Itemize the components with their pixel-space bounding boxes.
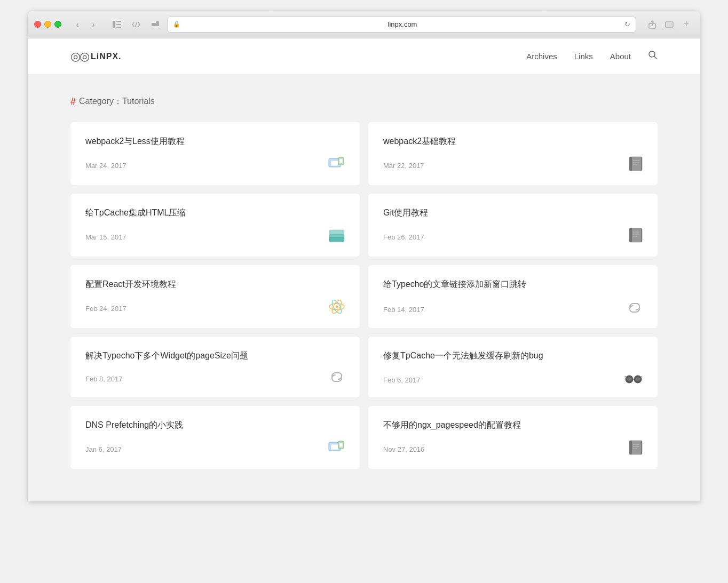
post-title-7: 修复TpCache一个无法触发缓存刷新的bug (383, 349, 643, 362)
refresh-button[interactable]: ↻ (624, 20, 630, 28)
svg-rect-24 (329, 230, 344, 234)
close-button[interactable] (34, 21, 41, 28)
nav-about[interactable]: About (610, 52, 631, 61)
glasses-icon-7 (624, 373, 643, 387)
post-title-9: 不够用的ngx_pagespeed的配置教程 (383, 419, 643, 432)
svg-line-39 (625, 376, 626, 377)
site-logo[interactable]: ◎◎ LiNPX. (70, 50, 122, 63)
svg-rect-0 (113, 21, 115, 28)
svg-rect-14 (331, 161, 338, 166)
post-card-7[interactable]: 修复TpCache一个无法触发缓存刷新的bug Feb 6, 2017 (368, 337, 658, 397)
posts-grid: webpack2与Less使用教程 Mar 24, 2017 (70, 122, 658, 469)
svg-rect-2 (116, 24, 121, 25)
link-icon-5 (627, 301, 643, 317)
post-date-3: Feb 26, 2017 (383, 233, 424, 241)
svg-rect-5 (152, 23, 156, 26)
share-button[interactable] (645, 17, 660, 32)
post-meta-5: Feb 14, 2017 (383, 301, 643, 317)
react-icon (329, 299, 345, 317)
post-title-3: Git使用教程 (383, 206, 643, 219)
sidebar-toggle-button[interactable] (109, 17, 124, 32)
post-date-5: Feb 14, 2017 (383, 306, 424, 314)
svg-rect-46 (339, 443, 343, 447)
post-date-9: Nov 27, 2016 (383, 445, 424, 453)
webpack-icon (328, 156, 345, 174)
post-meta-3: Feb 26, 2017 (383, 228, 643, 246)
post-date-6: Feb 8, 2017 (85, 375, 122, 383)
post-date-7: Feb 6, 2017 (383, 376, 420, 384)
post-date-4: Feb 24, 2017 (85, 305, 126, 313)
svg-point-35 (336, 306, 338, 308)
svg-rect-19 (630, 157, 632, 171)
svg-rect-16 (339, 159, 343, 163)
book-icon-9 (629, 440, 643, 458)
nav-links[interactable]: Links (574, 52, 593, 61)
logo-text: LiNPX. (91, 52, 122, 61)
post-card-5[interactable]: 给Typecho的文章链接添加新窗口跳转 Feb 14, 2017 (368, 265, 658, 328)
post-meta-8: Jan 6, 2017 (85, 440, 345, 458)
nav-buttons: ‹ › (70, 17, 101, 32)
post-date-0: Mar 24, 2017 (85, 162, 126, 170)
svg-rect-6 (156, 23, 159, 26)
post-card-6[interactable]: 解决Typecho下多个Widget的pageSize问题 Feb 8, 201… (70, 337, 360, 397)
post-card-8[interactable]: DNS Prefetching的小实践 Jan 6, 2017 (70, 406, 360, 469)
back-button[interactable]: ‹ (70, 17, 85, 32)
developer-tools-button[interactable] (129, 17, 144, 32)
nav-archives[interactable]: Archives (526, 52, 557, 61)
svg-rect-44 (331, 444, 338, 450)
book-icon-1 (629, 156, 643, 174)
svg-line-4 (135, 22, 137, 27)
svg-rect-3 (116, 27, 121, 28)
post-meta-2: Mar 15, 2017 (85, 228, 345, 246)
post-title-8: DNS Prefetching的小实践 (85, 419, 345, 432)
category-heading: # Category：Tutorials (70, 96, 658, 107)
stack-icon (329, 228, 345, 246)
new-tab-button[interactable]: + (679, 17, 694, 32)
browser-window: ‹ › 🔒 lin (28, 11, 700, 501)
svg-point-42 (636, 377, 640, 381)
browser-titlebar: ‹ › 🔒 lin (28, 11, 700, 38)
post-card-9[interactable]: 不够用的ngx_pagespeed的配置教程 Nov 27, 2016 (368, 406, 658, 469)
site-header: ◎◎ LiNPX. Archives Links About (28, 38, 700, 75)
post-meta-0: Mar 24, 2017 (85, 156, 345, 174)
post-meta-1: Mar 22, 2017 (383, 156, 643, 174)
svg-rect-49 (630, 441, 632, 454)
link-icon-6 (329, 371, 345, 387)
svg-line-12 (654, 57, 657, 59)
post-title-4: 配置React开发环境教程 (85, 278, 345, 291)
minimize-button[interactable] (44, 21, 51, 28)
post-date-1: Mar 22, 2017 (383, 162, 424, 170)
maximize-button[interactable] (54, 21, 61, 28)
category-label: Category：Tutorials (79, 96, 155, 107)
post-card-2[interactable]: 给TpCache集成HTML压缩 Mar 15, 2017 (70, 194, 360, 257)
post-date-8: Jan 6, 2017 (85, 445, 122, 453)
post-meta-4: Feb 24, 2017 (85, 299, 345, 317)
post-title-5: 给Typecho的文章链接添加新窗口跳转 (383, 278, 643, 291)
toolbar-right: + (645, 17, 694, 32)
dns-icon (328, 440, 345, 458)
post-meta-7: Feb 6, 2017 (383, 373, 643, 387)
svg-point-41 (627, 377, 631, 381)
post-title-2: 给TpCache集成HTML压缩 (85, 206, 345, 219)
post-meta-9: Nov 27, 2016 (383, 440, 643, 458)
post-meta-6: Feb 8, 2017 (85, 371, 345, 387)
fullscreen-button[interactable] (662, 17, 677, 32)
post-date-2: Mar 15, 2017 (85, 233, 126, 241)
post-card-3[interactable]: Git使用教程 Feb 26, 2017 (368, 194, 658, 257)
post-card-4[interactable]: 配置React开发环境教程 Feb 24, 2017 (70, 265, 360, 328)
post-card-1[interactable]: webpack2基础教程 Mar 22, 2017 (368, 122, 658, 185)
forward-button[interactable]: › (86, 17, 101, 32)
post-title-6: 解决Typecho下多个Widget的pageSize问题 (85, 349, 345, 362)
post-title-0: webpack2与Less使用教程 (85, 135, 345, 148)
svg-rect-7 (156, 21, 159, 23)
search-icon[interactable] (648, 50, 658, 62)
extensions-button[interactable] (148, 17, 163, 32)
address-bar[interactable]: 🔒 linpx.com ↻ (167, 17, 636, 33)
post-title-1: webpack2基础教程 (383, 135, 643, 148)
website-content: ◎◎ LiNPX. Archives Links About # Categor… (28, 38, 700, 501)
svg-rect-10 (667, 23, 672, 26)
svg-rect-28 (630, 228, 632, 242)
post-card-0[interactable]: webpack2与Less使用教程 Mar 24, 2017 (70, 122, 360, 185)
glasses-icon: ◎◎ (70, 50, 89, 63)
book-icon-3 (629, 228, 643, 246)
